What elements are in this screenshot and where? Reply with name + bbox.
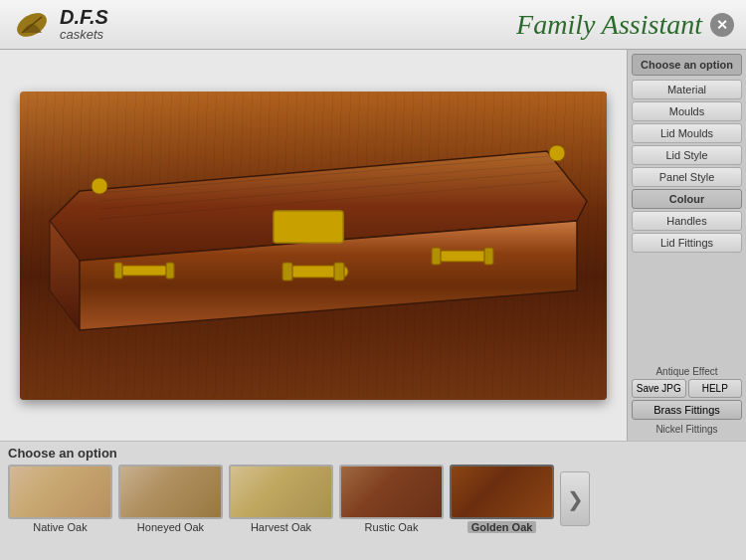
sidebar-btn-panel-style[interactable]: Panel Style [632, 167, 742, 187]
svg-rect-15 [432, 248, 441, 265]
next-arrow-button[interactable]: ❯ [560, 471, 590, 526]
thumb-honeyed-oak-img [118, 465, 223, 519]
logo-area: D.F.S caskets [12, 5, 108, 45]
svg-rect-10 [166, 263, 174, 279]
thumb-rustic-oak-label: Rustic Oak [365, 521, 419, 533]
brass-fittings-button[interactable]: Brass Fittings [632, 400, 742, 420]
svg-rect-12 [282, 263, 292, 280]
sidebar-btn-moulds[interactable]: Moulds [632, 101, 742, 121]
thumb-harvest-oak[interactable]: Harvest Oak [229, 465, 333, 533]
thumb-golden-oak-label: Golden Oak [467, 521, 537, 533]
sidebar-choose-option: Choose an option [632, 54, 742, 76]
save-jpg-button[interactable]: Save JPG [632, 379, 686, 398]
header: D.F.S caskets Family Assistant ✕ [0, 0, 746, 50]
svg-rect-7 [274, 211, 343, 243]
logo-leaf-icon [12, 5, 52, 45]
thumb-rustic-oak-img [339, 465, 444, 519]
antique-effect-label[interactable]: Antique Effect [632, 364, 742, 379]
casket-image [20, 92, 607, 400]
bottom-choose-option-label: Choose an option [8, 446, 738, 461]
sidebar-btn-colour[interactable]: Colour [632, 189, 742, 209]
thumb-native-oak-label: Native Oak [33, 521, 87, 533]
svg-rect-8 [119, 266, 169, 276]
action-buttons: Save JPG HELP [632, 379, 742, 398]
svg-rect-9 [114, 263, 122, 279]
sidebar: Choose an option Material Moulds Lid Mou… [627, 50, 746, 441]
svg-point-17 [92, 178, 107, 194]
thumb-native-oak[interactable]: Native Oak [8, 465, 112, 533]
family-assistant-title: Family Assistant ✕ [516, 9, 734, 41]
image-panel [0, 50, 627, 441]
sidebar-btn-lid-fittings[interactable]: Lid Fittings [632, 233, 742, 253]
svg-rect-16 [484, 248, 493, 265]
bottom-thumbnail-area: Choose an option Native Oak Honeyed Oak … [0, 441, 746, 560]
sidebar-btn-lid-style[interactable]: Lid Style [632, 145, 742, 165]
thumb-harvest-oak-img [229, 465, 333, 519]
main-area: Choose an option Material Moulds Lid Mou… [0, 50, 746, 441]
thumb-harvest-oak-label: Harvest Oak [251, 521, 311, 533]
svg-rect-13 [334, 263, 344, 280]
logo-text: D.F.S caskets [60, 6, 108, 42]
logo-caskets-text: caskets [60, 28, 108, 42]
thumb-rustic-oak[interactable]: Rustic Oak [339, 465, 444, 533]
close-button[interactable]: ✕ [710, 13, 734, 37]
sidebar-btn-lid-moulds[interactable]: Lid Moulds [632, 123, 742, 143]
thumb-golden-oak[interactable]: Golden Oak [450, 465, 554, 533]
nickel-fittings-label[interactable]: Nickel Fittings [632, 422, 742, 437]
thumb-native-oak-img [8, 465, 112, 519]
thumbnails-row: Native Oak Honeyed Oak Harvest Oak Rusti… [8, 465, 738, 533]
sidebar-btn-material[interactable]: Material [632, 80, 742, 99]
thumb-golden-oak-img [450, 465, 554, 519]
thumb-honeyed-oak-label: Honeyed Oak [137, 521, 204, 533]
svg-point-18 [549, 145, 565, 161]
sidebar-btn-handles[interactable]: Handles [632, 211, 742, 231]
logo-dfs-text: D.F.S [60, 6, 108, 28]
thumb-honeyed-oak[interactable]: Honeyed Oak [118, 465, 223, 533]
casket-svg [20, 92, 607, 400]
help-button[interactable]: HELP [688, 379, 743, 398]
